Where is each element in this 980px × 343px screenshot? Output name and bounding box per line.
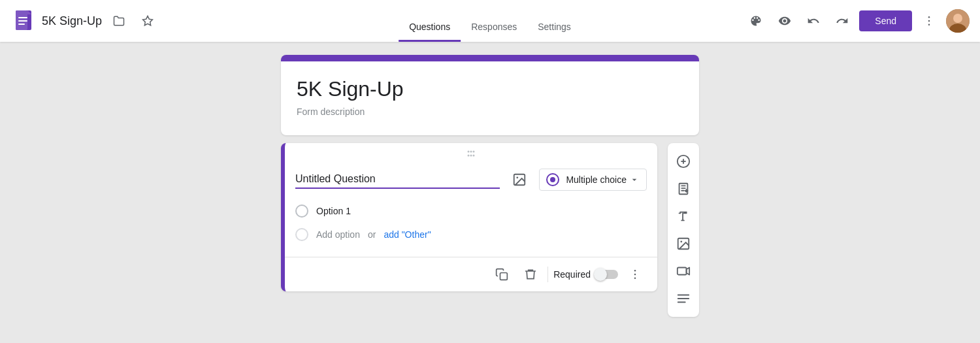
undo-button[interactable] <box>802 9 825 33</box>
folder-button[interactable] <box>107 9 131 33</box>
svg-point-15 <box>470 151 472 153</box>
required-label: Required <box>553 269 591 280</box>
question-card-wrapper: Multiple choice Option 1 Add option <box>281 143 699 317</box>
preview-button[interactable] <box>773 9 796 33</box>
options-area: Option 1 Add option or add "Other" <box>285 194 657 257</box>
question-card: Multiple choice Option 1 Add option <box>281 143 657 291</box>
svg-point-16 <box>473 151 475 153</box>
drag-handle[interactable] <box>285 143 657 163</box>
footer-divider <box>547 267 548 282</box>
svg-point-23 <box>634 270 636 272</box>
type-selector-label: Multiple choice <box>566 174 627 185</box>
svg-point-14 <box>468 151 470 153</box>
app-icon <box>10 8 37 34</box>
option-row: Option 1 <box>295 199 647 223</box>
radio-circle <box>295 204 308 218</box>
question-input-wrapper <box>295 171 500 189</box>
topbar-left: 5K Sign-Up <box>10 8 744 34</box>
add-question-button[interactable] <box>670 148 696 174</box>
topbar: 5K Sign-Up Questions Responses Settings <box>0 0 980 42</box>
question-row: Multiple choice <box>285 163 657 194</box>
svg-point-21 <box>517 176 519 178</box>
add-title-button[interactable] <box>670 203 696 229</box>
or-text: or <box>368 229 376 240</box>
option-text[interactable]: Option 1 <box>316 206 351 216</box>
add-option-row: Add option or add "Other" <box>295 223 647 246</box>
add-section-button[interactable] <box>670 286 696 312</box>
chevron-down-icon <box>629 174 640 185</box>
svg-point-8 <box>928 16 930 18</box>
svg-point-25 <box>634 278 636 280</box>
svg-marker-7 <box>143 16 153 25</box>
tab-questions[interactable]: Questions <box>399 22 461 42</box>
import-questions-button[interactable] <box>670 176 696 202</box>
redo-button[interactable] <box>830 9 854 33</box>
form-title-content: 5K Sign-Up Form description <box>281 61 699 135</box>
question-more-button[interactable] <box>623 263 647 286</box>
main-content: 5K Sign-Up Form description <box>0 42 980 343</box>
radio-dot <box>550 177 555 182</box>
app-title: 5K Sign-Up <box>42 14 102 28</box>
more-options-button[interactable] <box>917 9 941 33</box>
form-description[interactable]: Form description <box>297 106 683 117</box>
type-selector[interactable]: Multiple choice <box>539 169 647 191</box>
copy-button[interactable] <box>490 263 514 286</box>
avatar[interactable] <box>946 9 970 33</box>
required-toggle[interactable] <box>596 270 618 279</box>
svg-point-18 <box>470 155 472 157</box>
radio-circle-empty <box>295 228 308 241</box>
question-input[interactable] <box>295 171 500 189</box>
tab-settings[interactable]: Settings <box>527 22 581 42</box>
svg-marker-33 <box>687 268 690 275</box>
add-image-sidebar-button[interactable] <box>670 231 696 257</box>
add-video-button[interactable] <box>670 258 696 284</box>
tab-responses[interactable]: Responses <box>461 22 527 42</box>
multiple-choice-icon <box>546 173 559 186</box>
svg-point-17 <box>468 155 470 157</box>
svg-point-10 <box>928 24 930 26</box>
add-other-link[interactable]: add "Other" <box>384 229 431 240</box>
add-option-text[interactable]: Add option <box>316 229 360 240</box>
svg-point-24 <box>634 274 636 276</box>
palette-button[interactable] <box>744 9 768 33</box>
topbar-right: Send <box>744 9 970 33</box>
svg-point-19 <box>473 155 475 157</box>
form-title[interactable]: 5K Sign-Up <box>297 77 683 101</box>
star-button[interactable] <box>136 9 159 33</box>
svg-point-31 <box>680 240 682 242</box>
svg-rect-2 <box>18 17 27 18</box>
svg-rect-22 <box>500 273 508 280</box>
tabs-container: Questions Responses Settings <box>399 22 581 42</box>
delete-button[interactable] <box>519 263 542 286</box>
svg-point-12 <box>953 14 962 23</box>
svg-rect-3 <box>18 20 27 22</box>
toggle-knob <box>594 268 607 281</box>
form-title-card: 5K Sign-Up Form description <box>281 55 699 135</box>
svg-rect-32 <box>678 268 687 275</box>
question-footer: Required <box>285 257 657 291</box>
side-toolbar <box>668 143 699 317</box>
add-image-button[interactable] <box>508 168 531 191</box>
svg-rect-4 <box>18 24 25 25</box>
svg-point-9 <box>928 20 930 22</box>
content-area: 5K Sign-Up Form description <box>281 55 699 330</box>
send-button[interactable]: Send <box>859 10 912 31</box>
